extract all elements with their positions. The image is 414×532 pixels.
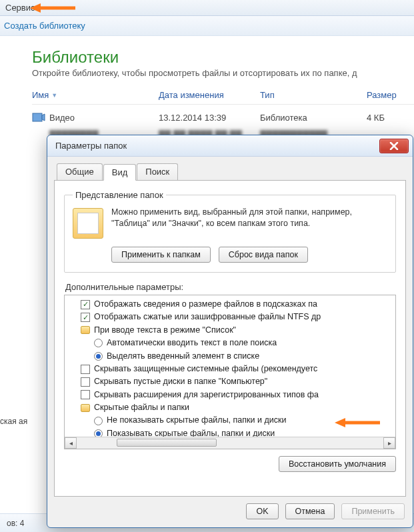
apply-to-folders-button[interactable]: Применить к папкам — [111, 247, 211, 263]
tree-item[interactable]: ✓ Отображать сведения о размере файлов в… — [69, 298, 394, 311]
reset-folders-button[interactable]: Сброс вида папок — [219, 247, 308, 263]
scroll-track[interactable] — [77, 437, 383, 449]
scroll-thumb[interactable] — [117, 439, 217, 447]
close-button[interactable] — [379, 139, 409, 153]
folder-options-dialog: Параметры папок Общие Вид Поиск Представ… — [47, 135, 413, 528]
tree-label: Не показывать скрытые файлы, папки и дис… — [107, 414, 286, 427]
item-date: 13.12.2014 13:39 — [159, 113, 260, 123]
column-date[interactable]: Дата изменения — [159, 90, 260, 100]
advanced-settings-label: Дополнительные параметры: — [65, 282, 396, 292]
library-video-icon — [32, 111, 49, 123]
ok-button[interactable]: OK — [246, 503, 278, 519]
column-type[interactable]: Тип — [260, 90, 367, 100]
tab-search[interactable]: Поиск — [137, 163, 178, 180]
tree-label: Автоматически вводить текст в поле поиск… — [107, 337, 277, 349]
scroll-right-button[interactable]: ▸ — [383, 437, 395, 449]
folder-icon — [81, 326, 90, 334]
column-name[interactable]: Имя ▼ — [32, 90, 159, 100]
column-name-label: Имя — [32, 90, 49, 100]
folder-views-description: Можно применить вид, выбранный для этой … — [111, 207, 387, 229]
tree-item[interactable]: Автоматически вводить текст в поле поиск… — [69, 337, 394, 349]
tree-item[interactable]: Скрывать расширения для зарегистрированн… — [69, 389, 394, 401]
tree-label: Скрывать защищенные системные файлы (рек… — [94, 363, 317, 375]
tree-group: Скрытые файлы и папки — [69, 401, 394, 414]
tree-label: Выделять введенный элемент в списке — [107, 350, 259, 363]
tree-label: Скрывать расширения для зарегистрированн… — [94, 389, 319, 401]
tree-label: Отображать сжатые или зашифрованные файл… — [94, 311, 321, 323]
tab-strip: Общие Вид Поиск — [57, 163, 413, 180]
sort-descending-icon: ▼ — [51, 92, 57, 99]
tree-label: Отображать сведения о размере файлов в п… — [94, 298, 317, 311]
svg-rect-0 — [33, 113, 42, 121]
item-type: Библиотека — [260, 113, 367, 123]
list-item[interactable]: Видео 13.12.2014 13:39 Библиотека 4 КБ — [32, 105, 414, 123]
horizontal-scrollbar[interactable]: ◂ ▸ — [65, 437, 395, 449]
tab-view[interactable]: Вид — [103, 164, 137, 181]
dialog-titlebar[interactable]: Параметры папок — [47, 135, 413, 157]
content-subtitle: Откройте библиотеку, чтобы просмотреть ф… — [32, 68, 414, 78]
dialog-title: Параметры папок — [55, 141, 127, 151]
folder-views-group: Представление папок Можно применить вид,… — [64, 190, 396, 273]
tab-panel-view: Представление папок Можно применить вид,… — [54, 180, 406, 497]
column-headers: Имя ▼ Дата изменения Тип Размер — [32, 90, 414, 105]
folder-icon — [81, 404, 90, 412]
scroll-left-button[interactable]: ◂ — [65, 437, 77, 449]
dialog-buttons: OK Отмена Применить — [47, 503, 413, 527]
content-title: Библиотеки — [32, 48, 414, 67]
tree-item[interactable]: Скрывать защищенные системные файлы (рек… — [69, 363, 394, 375]
svg-marker-1 — [42, 114, 45, 121]
checkbox-unchecked-icon[interactable] — [81, 365, 90, 374]
tree-item[interactable]: Выделять введенный элемент в списке — [69, 350, 394, 363]
tree-item[interactable]: Скрывать пустые диски в папке "Компьютер… — [69, 375, 394, 388]
apply-button[interactable]: Применить — [341, 503, 405, 519]
tree-item[interactable]: Не показывать скрытые файлы, папки и дис… — [69, 414, 394, 427]
tree-group: При вводе текста в режиме "Список" — [69, 324, 394, 337]
checkbox-unchecked-icon[interactable] — [81, 377, 90, 387]
cancel-button[interactable]: Отмена — [285, 503, 335, 519]
status-count: ов: 4 — [7, 519, 24, 528]
tree-label: Скрытые файлы и папки — [94, 401, 189, 414]
item-size: 4 КБ — [367, 113, 414, 123]
tree-label: При вводе текста в режиме "Список" — [94, 324, 236, 337]
checkbox-checked-icon[interactable]: ✓ — [81, 313, 90, 322]
restore-defaults-button[interactable]: Восстановить умолчания — [279, 456, 396, 472]
item-name: Видео — [49, 113, 159, 123]
menu-item-tools[interactable]: Сервис — [5, 3, 35, 13]
checkbox-unchecked-icon[interactable] — [81, 390, 90, 399]
folder-views-legend: Представление папок — [73, 190, 166, 200]
advanced-settings-tree[interactable]: ✓ Отображать сведения о размере файлов в… — [64, 295, 396, 449]
close-icon — [389, 142, 399, 150]
explorer-toolbar: Создать библиотеку — [0, 16, 414, 36]
tree-item[interactable]: ✓ Отображать сжатые или зашифрованные фа… — [69, 311, 394, 323]
folder-preview-icon — [73, 208, 103, 239]
toolbar-new-library[interactable]: Создать библиотеку — [4, 21, 85, 31]
content-pane: Библиотеки Откройте библиотеку, чтобы пр… — [0, 36, 414, 140]
column-size[interactable]: Размер — [367, 90, 414, 100]
radio-unchecked-icon[interactable] — [94, 417, 103, 425]
menu-bar: Сервис — [0, 0, 414, 16]
radio-checked-icon[interactable] — [94, 352, 103, 361]
tab-general[interactable]: Общие — [57, 163, 103, 180]
radio-unchecked-icon[interactable] — [94, 339, 103, 347]
tree-label: Скрывать пустые диски в папке "Компьютер… — [94, 375, 267, 388]
sidebar-fragment: ская ая — [0, 417, 27, 426]
checkbox-checked-icon[interactable]: ✓ — [81, 300, 90, 309]
